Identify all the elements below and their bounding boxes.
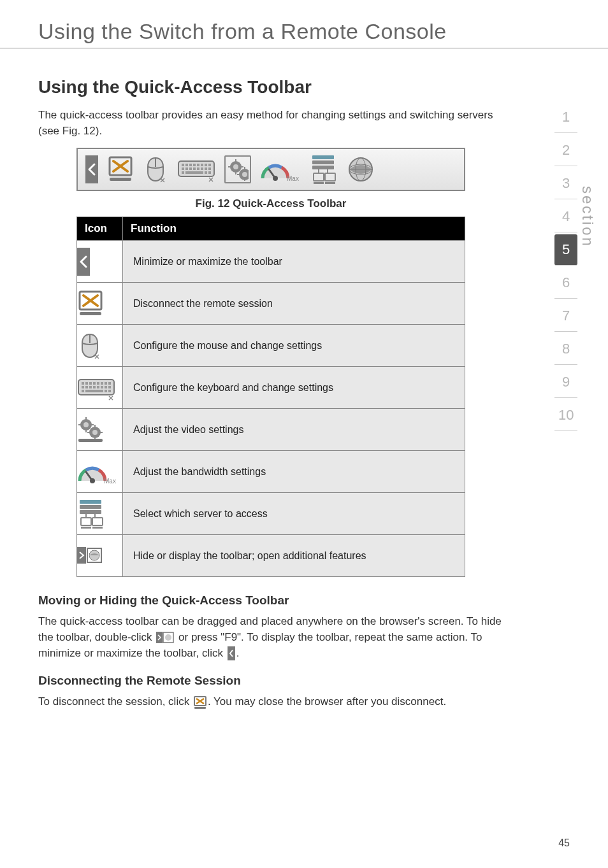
tab-10: 10	[554, 400, 577, 431]
subheading-moving: Moving or Hiding the Quick-Access Toolba…	[38, 594, 503, 608]
section-heading-toolbar: Using the Quick-Access Toolbar	[38, 77, 503, 97]
tab-3: 3	[554, 168, 577, 199]
table-row: Select which server to access	[77, 493, 465, 535]
tab-6: 6	[554, 267, 577, 299]
row-icon-keyboard	[77, 367, 123, 409]
tab-2: 2	[554, 135, 577, 166]
row-icon-video	[77, 409, 123, 451]
video-gears-icon	[224, 155, 251, 183]
page-title: Using the Switch from a Remote Console	[0, 0, 608, 48]
disconnect-paragraph: To disconnect the session, click . You m…	[38, 694, 503, 710]
table-row: Minimize or maximize the toolbar	[77, 241, 465, 283]
text-span: .	[236, 647, 240, 659]
table-row: Adjust the video settings	[77, 409, 465, 451]
row-icon-minimize	[77, 241, 123, 283]
svg-text:Max: Max	[287, 175, 299, 182]
tab-1: 1	[554, 102, 577, 133]
servers-icon	[310, 154, 338, 185]
tab-4: 4	[554, 201, 577, 232]
main-content: Using the Quick-Access Toolbar The quick…	[0, 77, 542, 710]
globe-icon	[347, 155, 375, 183]
table-header-function: Function	[123, 217, 465, 241]
disconnect-icon	[194, 696, 206, 709]
minimize-arrow-icon	[85, 155, 98, 183]
row-icon-servers	[77, 493, 123, 535]
section-tabs: 1 2 3 4 5 6 7 8 9 10	[554, 102, 577, 431]
moving-paragraph: The quick-access toolbar can be dragged …	[38, 614, 503, 661]
row-desc: Configure the mouse and change settings	[123, 325, 465, 367]
subheading-disconnect: Disconnecting the Remote Session	[38, 674, 503, 688]
table-row: Configure the keyboard and change settin…	[77, 367, 465, 409]
toolbar-figure: Max	[76, 148, 465, 191]
minimize-arrow-icon	[228, 646, 235, 660]
row-desc: Select which server to access	[123, 493, 465, 535]
tab-8: 8	[554, 334, 577, 365]
icon-function-table: Icon Function Minimize or maximize the t…	[76, 217, 465, 577]
row-desc: Disconnect the remote session	[123, 283, 465, 325]
table-header-icon: Icon	[77, 217, 123, 241]
row-icon-bandwidth: Max	[77, 451, 123, 493]
disconnect-icon	[107, 156, 134, 183]
keyboard-icon	[177, 156, 215, 183]
bandwidth-dial-icon: Max	[260, 155, 301, 183]
tab-9: 9	[554, 367, 577, 398]
row-desc: Configure the keyboard and change settin…	[123, 367, 465, 409]
toggle-icon	[156, 632, 174, 643]
table-row: Configure the mouse and change settings	[77, 325, 465, 367]
tab-7: 7	[554, 301, 577, 332]
table-row: Max Adjust the bandwidth settings	[77, 451, 465, 493]
row-icon-mouse	[77, 325, 123, 367]
row-icon-disconnect	[77, 283, 123, 325]
text-span: . You may close the browser after you di…	[208, 695, 446, 708]
section-label: section	[579, 186, 597, 248]
row-desc: Adjust the bandwidth settings	[123, 451, 465, 493]
intro-paragraph: The quick-access toolbar provides an eas…	[38, 108, 503, 139]
row-desc: Minimize or maximize the toolbar	[123, 241, 465, 283]
text-span: To disconnect the session, click	[38, 695, 192, 708]
table-row: Hide or display the toolbar; open additi…	[77, 535, 465, 577]
row-desc: Adjust the video settings	[123, 409, 465, 451]
mouse-icon	[143, 155, 168, 183]
figure-caption: Fig. 12 Quick-Access Toolbar	[38, 197, 503, 210]
row-icon-globe	[77, 535, 123, 577]
tab-5: 5	[554, 234, 577, 266]
table-row: Disconnect the remote session	[77, 283, 465, 325]
svg-text:Max: Max	[104, 478, 116, 485]
page-number: 45	[558, 837, 570, 849]
row-desc: Hide or display the toolbar; open additi…	[123, 535, 465, 577]
